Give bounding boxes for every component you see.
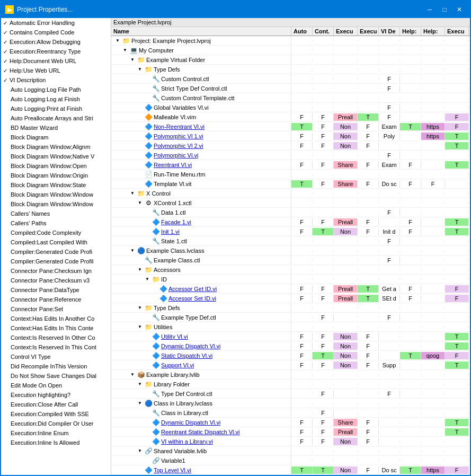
sidebar-item-38[interactable]: Edit Mode On Open bbox=[1, 381, 111, 390]
minimize-button[interactable]: ─ bbox=[423, 4, 436, 15]
table-row[interactable]: 🔷Init 1.viFTNonFInit dFT bbox=[111, 227, 470, 236]
sidebar-item-32[interactable]: Context:Has Edits In This Conte bbox=[1, 323, 111, 333]
sidebar-item-1[interactable]: Contains Compiled Code bbox=[1, 28, 111, 37]
table-row[interactable]: 🔧Strict Type Def Control.ctlF bbox=[111, 84, 470, 93]
sidebar-item-40[interactable]: Execution:Close After Call bbox=[1, 400, 111, 409]
sidebar-item-6[interactable]: VI Description bbox=[1, 75, 111, 85]
sidebar-item-17[interactable]: Block Diagram Window:State bbox=[1, 180, 111, 190]
table-row[interactable]: 🔷Dynamic Dispatch Vl.viFFNonFT bbox=[111, 341, 470, 351]
sidebar-item-39[interactable]: Execution highlighting? bbox=[1, 390, 111, 400]
close-button[interactable]: ✕ bbox=[453, 4, 466, 15]
expand-button[interactable]: ▼ bbox=[136, 266, 144, 274]
table-row[interactable]: ▼⚙XControl 1.xctl bbox=[111, 198, 470, 208]
maximize-button[interactable]: □ bbox=[438, 4, 451, 15]
sidebar-item-2[interactable]: Execution:Allow Debugging bbox=[1, 37, 111, 47]
expand-button[interactable]: ▼ bbox=[136, 380, 144, 389]
table-row[interactable]: ▼📁Utilities bbox=[111, 322, 470, 332]
sidebar-item-10[interactable]: Auto Preallocate Arrays and Stri bbox=[1, 113, 111, 123]
sidebar-item-43[interactable]: Execution:Inline Enum bbox=[1, 428, 111, 438]
table-row[interactable]: ▼📁Library Folder bbox=[111, 380, 470, 389]
sidebar-item-41[interactable]: Execution:Compiled With SSE bbox=[1, 409, 111, 419]
expand-button[interactable]: ▼ bbox=[128, 371, 137, 379]
sidebar-item-29[interactable]: Connector Pane:Reference bbox=[1, 295, 111, 304]
table-row[interactable]: ▼🔗Shared Variable.lvlib bbox=[111, 446, 470, 456]
sidebar-item-20[interactable]: Callers' Names bbox=[1, 209, 111, 218]
sidebar-item-27[interactable]: Connector Pane:Checksum v3 bbox=[1, 276, 111, 285]
expand-button[interactable]: ▼ bbox=[136, 323, 144, 331]
table-row[interactable]: 🔷Polymorphic Vl 2.viFFNonFT bbox=[111, 141, 470, 151]
table-row[interactable]: 🔧Type Def Control.ctlFF bbox=[111, 389, 470, 399]
sidebar-item-9[interactable]: Auto Logging:Print at Finish bbox=[1, 104, 111, 113]
expand-button[interactable]: ▼ bbox=[136, 199, 144, 207]
sidebar-item-8[interactable]: Auto Logging:Log at Finish bbox=[1, 94, 111, 104]
table-row[interactable]: 🔷Accessor Set ID.viFFPreallTSEt dFF bbox=[111, 294, 470, 303]
expand-button[interactable]: ▼ bbox=[113, 37, 122, 45]
sidebar-item-37[interactable]: Do Not Show Save Changes Dial bbox=[1, 371, 111, 381]
expand-button[interactable]: ▼ bbox=[128, 246, 137, 255]
table-row[interactable]: 🔶Malleable Vl.vimFFPreallTFF bbox=[111, 112, 470, 122]
sidebar-item-14[interactable]: Block Diagram Window;Native V bbox=[1, 152, 111, 161]
sidebar-item-15[interactable]: Block Diagram Window:Open bbox=[1, 161, 111, 171]
table-row[interactable]: 🔷VI within a Library.viFFNonF bbox=[111, 437, 470, 446]
table-row[interactable]: 🔷Static Dispatch Vl.viFTNonFTqoogF bbox=[111, 351, 470, 360]
table-row[interactable]: ▼📁Type Defs bbox=[111, 303, 470, 313]
sidebar-item-42[interactable]: Execution:Did Compiler Or User bbox=[1, 419, 111, 428]
expand-button[interactable]: ▼ bbox=[136, 399, 144, 408]
table-row[interactable]: 🔷Top Level Vl.viTTNonFDo scThttpsF bbox=[111, 465, 470, 475]
table-row[interactable]: 🔷Facade 1.viFFPreallFFT bbox=[111, 217, 470, 227]
table-row[interactable]: ▼📁ID bbox=[111, 275, 470, 284]
expand-button[interactable]: ▼ bbox=[121, 46, 129, 55]
sidebar-item-3[interactable]: Execution:Reentrancy Type bbox=[1, 47, 111, 56]
sidebar-item-44[interactable]: Execution:Inline Is Allowed bbox=[1, 438, 111, 447]
sidebar-item-33[interactable]: Context:Is Reserved In Other Co bbox=[1, 333, 111, 342]
sidebar-item-28[interactable]: Connector Pane:DataType bbox=[1, 285, 111, 295]
table-row[interactable]: ▼🔵Class in Library.lvclass bbox=[111, 399, 470, 408]
table-row[interactable]: 🔷Dynamic Dispatch Vl.viFFShareFT bbox=[111, 418, 470, 427]
table-row[interactable]: 🔷Template Vl.vitTFShareFDo scFF bbox=[111, 179, 470, 189]
expand-button[interactable]: ▼ bbox=[136, 65, 144, 74]
table-row[interactable]: 🔗Variable1 bbox=[111, 456, 470, 465]
expand-button[interactable]: ▼ bbox=[136, 447, 144, 455]
sidebar-item-23[interactable]: Compiled:Last Compiled With bbox=[1, 237, 111, 247]
sidebar-item-36[interactable]: Did Recompile InThis Version bbox=[1, 362, 111, 371]
table-row[interactable]: 🔷Polymorphic Vl 1.viFFNonFPolyhttpsT bbox=[111, 131, 470, 141]
sidebar-item-31[interactable]: Context:Has Edits In Another Co bbox=[1, 314, 111, 323]
expand-button[interactable]: ▼ bbox=[128, 56, 137, 64]
table-row[interactable]: ▼💻My Computer bbox=[111, 46, 470, 55]
expand-button[interactable]: ▼ bbox=[128, 189, 137, 198]
table-row[interactable]: 🔷Non-Reentrant Vl.viTFNonFExamThttpsF bbox=[111, 122, 470, 131]
sidebar-item-4[interactable]: Help:Document Web URL bbox=[1, 56, 111, 66]
table-row[interactable]: 🔧Custom Control Template.ctt bbox=[111, 93, 470, 103]
sidebar-item-30[interactable]: Connector Pane:Set bbox=[1, 304, 111, 314]
sidebar-item-34[interactable]: Context:Is Reserved In This Cont bbox=[1, 342, 111, 352]
expand-button[interactable]: ▼ bbox=[143, 275, 152, 284]
sidebar-item-22[interactable]: Compiled:Code Complexity bbox=[1, 228, 111, 237]
table-row[interactable]: 🔧Custom Control.ctlF bbox=[111, 74, 470, 84]
sidebar-item-25[interactable]: Compiler:Generated Code Profil bbox=[1, 257, 111, 266]
table-row[interactable]: 🔷Global Variables Vl.viF bbox=[111, 103, 470, 112]
table-row[interactable]: 🔧Class in Library.ctlF bbox=[111, 408, 470, 418]
table-row[interactable]: 🔷Support Vl.viFFNonFSuppT bbox=[111, 360, 470, 370]
sidebar-item-35[interactable]: Control VI Type bbox=[1, 352, 111, 362]
expand-button[interactable]: ▼ bbox=[136, 304, 144, 312]
table-row[interactable]: 🔧State 1.ctlF bbox=[111, 236, 470, 246]
table-row[interactable]: 🔷Accessor Get ID.viFFPreallTGet aFF bbox=[111, 284, 470, 294]
table-row[interactable]: 🔷Polymorphic Vl.viF bbox=[111, 151, 470, 160]
table-row[interactable]: ▼📁X Control bbox=[111, 189, 470, 198]
sidebar-item-24[interactable]: Compiler:Generated Code Profi bbox=[1, 247, 111, 257]
table-row[interactable]: ▼🔵Example Class.lvclass bbox=[111, 246, 470, 255]
sidebar-item-11[interactable]: BD Master Wizard bbox=[1, 123, 111, 133]
table-row[interactable]: 🔷Reentrant Vl.viFFShareFExamFT bbox=[111, 160, 470, 170]
sidebar-item-5[interactable]: Help:Use Web URL bbox=[1, 66, 111, 75]
sidebar-item-21[interactable]: Callers' Paths bbox=[1, 218, 111, 228]
table-row[interactable]: ▼📁Example Virtual Folder bbox=[111, 55, 470, 65]
table-row[interactable]: ▼📁Type Defs bbox=[111, 65, 470, 74]
table-row[interactable]: 🔧Example Class.ctlF bbox=[111, 255, 470, 265]
table-row[interactable]: 📄Run-Time Menu.rtm bbox=[111, 170, 470, 179]
table-row[interactable]: 🔧Example Type Def.ctlFF bbox=[111, 313, 470, 322]
sidebar-item-19[interactable]: Block Diagram Window:Window bbox=[1, 199, 111, 209]
sidebar-item-7[interactable]: Auto Logging:Log File Path bbox=[1, 85, 111, 94]
tree-table[interactable]: NameAutoCont.ExecuExecuVI DeHelp:Help:Ex… bbox=[111, 27, 470, 475]
sidebar-item-26[interactable]: Connector Pane:Checksum Ign bbox=[1, 266, 111, 276]
table-row[interactable]: ▼📁Accessors bbox=[111, 265, 470, 275]
